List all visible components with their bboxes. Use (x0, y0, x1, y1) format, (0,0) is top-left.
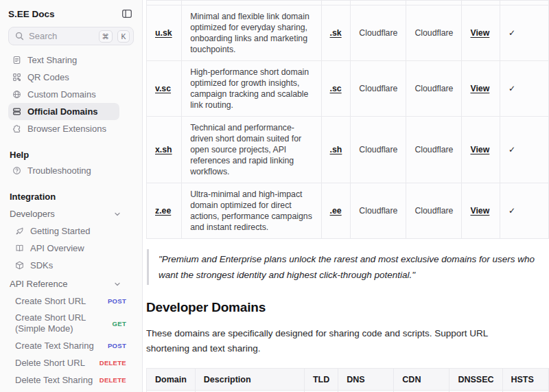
hsts-check-icon: ✓ (509, 84, 515, 93)
sidebar-item-label: API Overview (30, 243, 84, 253)
cdn-value: Cloudflare (406, 117, 462, 183)
method-badge: DELETE (100, 359, 126, 367)
sidebar-item-text-sharing[interactable]: Text Sharing (8, 51, 119, 69)
table-row: v.sc High-performance short domain optim… (147, 61, 549, 117)
table-header-row: Domain Description TLD DNS CDN DNSSEC HS… (147, 369, 549, 391)
table-row: z.ee Ultra-minimal and high-impact domai… (147, 183, 549, 239)
sidebar-item-troubleshooting[interactable]: Troubleshooting (8, 162, 119, 179)
sidebar-header: S.EE Docs (8, 5, 134, 22)
sidebar-item-sdks[interactable]: SDKs (8, 257, 119, 274)
cdn-value: Cloudflare (406, 183, 462, 239)
sidebar-item-label: Text Sharing (27, 55, 77, 65)
sidebar-item-label: Delete Text Sharing (15, 375, 93, 386)
sidebar-item-get-available-domains[interactable]: Get Available Domains for GET (8, 389, 128, 392)
sidebar-item-label: Create Short URL (15, 296, 86, 307)
chevron-down-icon (113, 280, 121, 288)
domain-description: Ultra-minimal and high-impact domain opt… (182, 183, 321, 239)
developer-domains-heading: Developer Domains (146, 300, 549, 315)
search-placeholder: Search (29, 31, 94, 41)
book-open-icon (15, 244, 24, 253)
method-badge: GET (113, 320, 126, 327)
sidebar-item-getting-started[interactable]: Getting Started (8, 222, 119, 240)
sidebar-item-label: Official Domains (27, 106, 98, 117)
domain-description: High-performance short domain optimized … (182, 61, 321, 117)
table-row: x.sh Technical and performance-driven sh… (147, 117, 549, 183)
sidebar-section-help: Help (8, 147, 119, 162)
sidebar-toggle-button[interactable] (120, 7, 134, 21)
file-text-icon (12, 56, 21, 65)
hsts-check-icon: ✓ (509, 206, 515, 216)
search-input[interactable]: Search ⌘ K (8, 27, 134, 45)
kbd-k: K (117, 30, 130, 43)
rocket-icon (15, 227, 24, 235)
sidebar-item-delete-text-sharing[interactable]: Delete Text Sharing DELETE (8, 371, 128, 389)
group-label: Developers (10, 209, 55, 219)
domain-description: Minimal and flexible link domain optimiz… (182, 5, 321, 61)
server-icon (12, 107, 21, 116)
app-title: S.EE Docs (8, 9, 55, 19)
method-badge: POST (108, 297, 126, 305)
group-label: API Reference (10, 279, 68, 289)
official-domains-table: u.sk Minimal and flexible link domain op… (146, 0, 549, 239)
tld-link[interactable]: .ee (330, 206, 342, 216)
domain-link[interactable]: z.ee (155, 206, 171, 216)
sidebar-item-create-text-sharing[interactable]: Create Text Sharing POST (8, 337, 128, 354)
sidebar-section-integration: Integration (8, 189, 119, 204)
domain-link[interactable]: v.sc (155, 84, 171, 93)
domain-link[interactable]: x.sh (155, 145, 172, 154)
package-icon (15, 261, 24, 270)
developer-domains-table: Domain Description TLD DNS CDN DNSSEC HS… (146, 368, 549, 392)
tld-link[interactable]: .sh (330, 145, 342, 154)
sidebar-item-label: Delete Short URL (15, 358, 85, 369)
column-header: TLD (304, 369, 338, 391)
tld-link[interactable]: .sc (330, 84, 342, 93)
column-header: HSTS (502, 369, 549, 391)
sidebar-item-label: Create Short URL (Simple Mode) (15, 312, 107, 334)
dns-value: Cloudflare (351, 183, 406, 239)
sidebar-item-label: Create Text Sharing (15, 341, 94, 351)
sidebar-item-label: Custom Domains (27, 89, 96, 100)
developer-domains-intro: These domains are specifically designed … (146, 326, 532, 356)
cdn-value: Cloudflare (406, 5, 462, 61)
sidebar-group-developers[interactable]: Developers (8, 205, 125, 222)
dnssec-view-link[interactable]: View (470, 145, 489, 154)
sidebar-item-label: Getting Started (30, 226, 90, 236)
sidebar-item-delete-short-url[interactable]: Delete Short URL DELETE (8, 354, 128, 371)
dns-value: Cloudflare (351, 5, 406, 61)
qr-code-icon (12, 73, 21, 82)
hsts-check-icon: ✓ (509, 28, 515, 38)
method-badge: POST (108, 342, 126, 349)
cdn-value: Cloudflare (406, 61, 462, 117)
table-row-partial (147, 1, 549, 5)
column-header: Description (195, 369, 304, 391)
sidebar-item-label: Browser Extensions (27, 124, 106, 134)
chevron-down-icon (113, 210, 121, 218)
sidebar-item-custom-domains[interactable]: Custom Domains (8, 86, 119, 103)
panel-left-icon (121, 8, 132, 19)
column-header: Domain (147, 369, 196, 391)
search-icon (15, 32, 24, 41)
dns-value: Cloudflare (351, 117, 406, 183)
column-header: CDN (394, 369, 449, 391)
help-circle-icon (12, 166, 21, 175)
dnssec-view-link[interactable]: View (470, 206, 489, 216)
sidebar-item-create-short-url[interactable]: Create Short URL POST (8, 292, 128, 310)
table-row: u.sk Minimal and flexible link domain op… (147, 5, 549, 61)
dnssec-view-link[interactable]: View (470, 84, 489, 93)
sidebar-item-browser-extensions[interactable]: Browser Extensions (8, 120, 119, 137)
sidebar-item-api-overview[interactable]: API Overview (8, 240, 119, 257)
tld-link[interactable]: .sk (330, 28, 342, 38)
dnssec-view-link[interactable]: View (470, 28, 489, 38)
sidebar-item-qr-codes[interactable]: QR Codes (8, 69, 119, 86)
sidebar-item-label: Troubleshooting (27, 165, 91, 176)
dns-value: Cloudflare (351, 61, 406, 117)
column-header: DNSSEC (449, 369, 502, 391)
puzzle-icon (12, 124, 21, 133)
domain-description: Technical and performance-driven short d… (182, 117, 321, 183)
sidebar-group-api-reference[interactable]: API Reference (8, 275, 125, 292)
domain-link[interactable]: u.sk (155, 28, 172, 38)
premium-quote: "Premium and Enterprise plans unlock the… (147, 249, 537, 285)
sidebar-item-label: QR Codes (27, 72, 69, 82)
sidebar-item-create-short-url-simple[interactable]: Create Short URL (Simple Mode) GET (8, 310, 128, 337)
sidebar-item-official-domains[interactable]: Official Domains (8, 103, 119, 120)
